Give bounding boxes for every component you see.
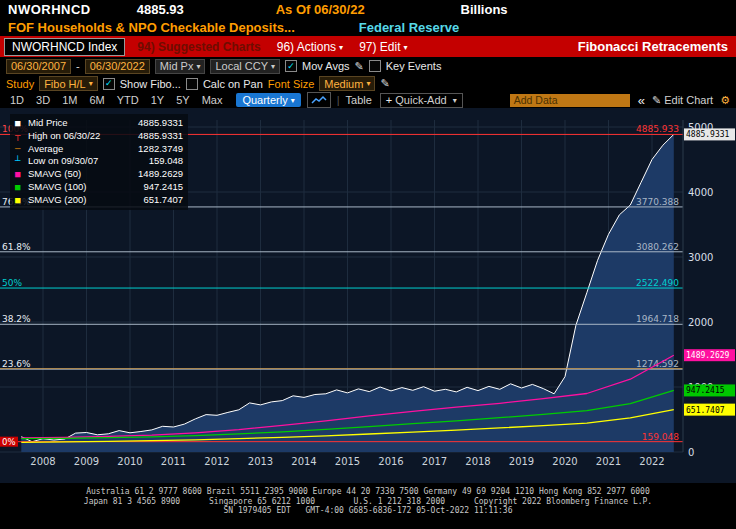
frequency-dropdown[interactable]: Quarterly bbox=[236, 93, 300, 107]
actions-menu[interactable]: 96) Actions bbox=[277, 40, 343, 54]
mov-avgs-edit-icon[interactable] bbox=[355, 60, 364, 73]
svg-text:2000: 2000 bbox=[688, 317, 713, 328]
svg-text:2011: 2011 bbox=[161, 456, 186, 467]
legend-row: ■SMAVG (200)651.7407 bbox=[15, 194, 183, 207]
svg-text:2020: 2020 bbox=[552, 456, 577, 467]
legend-label: High on 06/30/22 bbox=[28, 130, 138, 143]
svg-text:38.2%: 38.2% bbox=[2, 314, 31, 324]
legend-label: SMAVG (50) bbox=[28, 168, 138, 181]
legend-label: SMAVG (100) bbox=[28, 181, 143, 194]
edit-menu[interactable]: 97) Edit bbox=[359, 40, 407, 54]
svg-text:159.048: 159.048 bbox=[642, 432, 679, 442]
svg-text:2009: 2009 bbox=[74, 456, 99, 467]
study-toolbar: Study Fibo H/L Show Fibo... Calc on Pan … bbox=[0, 75, 736, 92]
legend-row: ■Mid Price4885.9331 bbox=[15, 117, 183, 130]
legend-value: 4885.9331 bbox=[138, 117, 183, 130]
date-range-dash: - bbox=[76, 60, 80, 72]
period-tab-1d[interactable]: 1D bbox=[4, 94, 30, 106]
period-toolbar: 1D3D1M6MYTD1Y5YMax Quarterly | Table Qui… bbox=[0, 92, 736, 108]
legend-row: ■SMAVG (100)947.2415 bbox=[15, 181, 183, 194]
calc-on-pan-label: Calc on Pan bbox=[203, 78, 263, 90]
svg-text:2019: 2019 bbox=[509, 456, 534, 467]
svg-text:2018: 2018 bbox=[465, 456, 490, 467]
legend-row: ┬High on 06/30/224885.9331 bbox=[15, 130, 183, 143]
period-tab-ytd[interactable]: YTD bbox=[111, 94, 145, 106]
collapse-panel-icon[interactable] bbox=[638, 93, 645, 108]
footer-session-info: SN 1979405 EDT GMT-4:00 G685-6836-172 05… bbox=[0, 506, 736, 516]
period-tab-1y[interactable]: 1Y bbox=[145, 94, 170, 106]
as-of-date: As Of 06/30/22 bbox=[276, 2, 365, 17]
data-source: Federal Reserve bbox=[359, 20, 459, 35]
function-bar: NWORHNCD Index 94) Suggested Charts 96) … bbox=[0, 36, 736, 57]
svg-text:2022: 2022 bbox=[639, 456, 664, 467]
legend-swatch-icon: ■ bbox=[15, 168, 28, 181]
legend-value: 4885.9331 bbox=[138, 130, 183, 143]
svg-text:4885.9331: 4885.9331 bbox=[686, 130, 730, 139]
svg-text:4885.933: 4885.933 bbox=[636, 124, 679, 134]
study-dropdown[interactable]: Fibo H/L bbox=[39, 76, 98, 91]
period-tab-5y[interactable]: 5Y bbox=[170, 94, 195, 106]
period-tab-1m[interactable]: 1M bbox=[56, 94, 83, 106]
legend-value: 1282.3749 bbox=[138, 143, 183, 156]
line-chart-icon[interactable] bbox=[307, 92, 331, 108]
footer-contacts-1: Australia 61 2 9777 8600 Brazil 5511 239… bbox=[0, 487, 736, 497]
bloomberg-terminal: NWORHNCD 4885.93 As Of 06/30/22 Billions… bbox=[0, 0, 736, 529]
legend-row: ┴Low on 09/30/07159.048 bbox=[15, 155, 183, 168]
svg-text:2021: 2021 bbox=[596, 456, 621, 467]
svg-text:23.6%: 23.6% bbox=[2, 359, 31, 369]
edit-chart-button[interactable]: Edit Chart bbox=[652, 94, 713, 107]
ticker-symbol: NWORHNCD bbox=[8, 2, 91, 17]
svg-text:2015: 2015 bbox=[335, 456, 360, 467]
calc-on-pan-checkbox[interactable] bbox=[186, 78, 198, 90]
svg-text:1489.2629: 1489.2629 bbox=[686, 351, 730, 360]
mov-avgs-label: Mov Avgs bbox=[302, 60, 350, 72]
legend-swatch-icon: ■ bbox=[15, 117, 28, 130]
period-tab-6m[interactable]: 6M bbox=[83, 94, 110, 106]
legend-value: 1489.2629 bbox=[138, 168, 183, 181]
last-price: 4885.93 bbox=[137, 2, 184, 17]
price-chart[interactable]: 0100020003000400050004885.933100%3770.38… bbox=[0, 108, 736, 483]
font-size-dropdown[interactable]: Medium bbox=[319, 76, 375, 91]
svg-text:2013: 2013 bbox=[248, 456, 273, 467]
legend-swatch-icon: ┬ bbox=[15, 130, 28, 143]
add-data-input[interactable]: Add Data bbox=[510, 94, 630, 107]
footer-contacts-2: Japan 81 3 4565 8900 Singapore 65 6212 1… bbox=[0, 497, 736, 507]
table-button[interactable]: Table bbox=[346, 94, 372, 106]
suggested-charts-button[interactable]: 94) Suggested Charts bbox=[137, 40, 260, 54]
key-events-checkbox[interactable] bbox=[369, 60, 381, 72]
range-toolbar: 06/30/2007 - 06/30/2022 Mid Px Local CCY… bbox=[0, 57, 736, 75]
font-size-label: Font Size bbox=[268, 78, 314, 90]
legend-value: 947.2415 bbox=[143, 181, 183, 194]
svg-text:0: 0 bbox=[688, 447, 694, 458]
legend-label: Average bbox=[28, 143, 138, 156]
annotate-pencil-icon[interactable] bbox=[380, 77, 389, 90]
security-selector[interactable]: NWORHNCD Index bbox=[4, 38, 125, 56]
svg-text:2010: 2010 bbox=[117, 456, 142, 467]
legend-row: ─Average1282.3749 bbox=[15, 143, 183, 156]
unit-label: Billions bbox=[461, 2, 508, 17]
chart-legend: ■Mid Price4885.9331┬High on 06/30/224885… bbox=[10, 114, 188, 210]
settings-gear-icon[interactable] bbox=[720, 94, 730, 107]
description-row: FOF Households & NPO Checkable Deposits.… bbox=[0, 18, 736, 36]
key-events-label: Key Events bbox=[386, 60, 442, 72]
quick-add-button[interactable]: Quick-Add bbox=[380, 93, 463, 108]
svg-text:0%: 0% bbox=[2, 437, 16, 447]
terminal-footer: Australia 61 2 9777 8600 Brazil 5511 239… bbox=[0, 483, 736, 529]
date-from-input[interactable]: 06/30/2007 bbox=[6, 59, 71, 74]
legend-label: SMAVG (200) bbox=[28, 194, 143, 207]
date-to-input[interactable]: 06/30/2022 bbox=[85, 59, 150, 74]
function-title: Fibonacci Retracements bbox=[578, 39, 728, 54]
show-fibo-checkbox[interactable] bbox=[103, 78, 115, 90]
svg-text:2008: 2008 bbox=[30, 456, 55, 467]
period-tab-3d[interactable]: 3D bbox=[30, 94, 56, 106]
svg-text:651.7407: 651.7407 bbox=[686, 406, 725, 415]
svg-text:3000: 3000 bbox=[688, 252, 713, 263]
currency-dropdown[interactable]: Local CCY bbox=[210, 59, 280, 74]
period-tab-max[interactable]: Max bbox=[196, 94, 229, 106]
mov-avgs-checkbox[interactable] bbox=[285, 60, 297, 72]
show-fibo-label: Show Fibo... bbox=[120, 78, 181, 90]
legend-swatch-icon: ┴ bbox=[15, 155, 28, 168]
price-type-dropdown[interactable]: Mid Px bbox=[155, 59, 206, 74]
legend-row: ■SMAVG (50)1489.2629 bbox=[15, 168, 183, 181]
svg-text:2012: 2012 bbox=[204, 456, 229, 467]
